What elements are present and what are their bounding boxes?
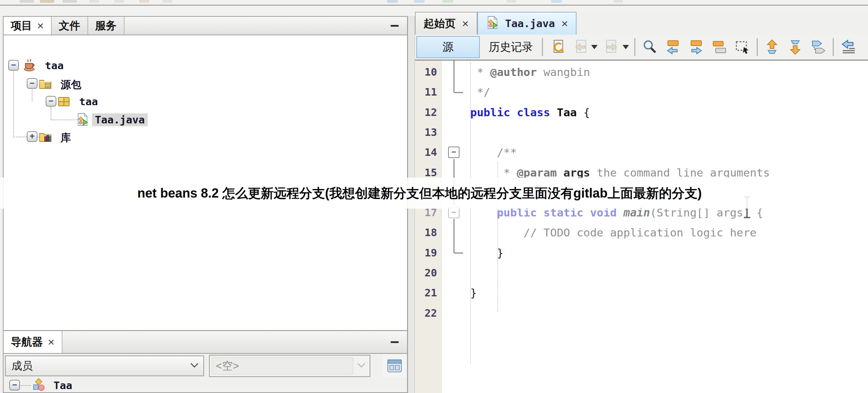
tree-item[interactable]: +库 (4, 128, 407, 145)
line-number: 20 (415, 263, 437, 283)
code-line[interactable]: 18 // TODO code application logic here (415, 223, 868, 243)
java-file-icon (486, 16, 499, 32)
history-button[interactable]: 历史记录 (485, 40, 537, 55)
line-number: 21 (415, 283, 437, 303)
code-line[interactable]: 10 * @author wangbin (415, 62, 868, 82)
line-number: 18 (415, 223, 437, 243)
tree-item-label: taa (76, 95, 101, 108)
collapse-icon[interactable]: − (46, 96, 56, 107)
collapse-icon[interactable]: − (9, 380, 20, 391)
close-icon[interactable]: × (561, 18, 568, 29)
tree-item[interactable]: −taa (4, 93, 407, 110)
code-line[interactable]: 13 (415, 122, 868, 142)
navigator-tree-item[interactable]: −Taa (4, 377, 407, 393)
code-line[interactable]: 11 */ (415, 82, 868, 102)
code-editor[interactable]: 10 * @author wangbin11 */12public class … (415, 61, 868, 393)
toolbar-separator (542, 38, 543, 56)
previous-bookmark-icon[interactable] (763, 38, 781, 56)
toolbar-icon-sliver (387, 0, 398, 3)
back-icon[interactable] (572, 38, 589, 56)
toolbar-icon-sliver (20, 0, 34, 3)
find-selection-icon[interactable] (641, 38, 659, 56)
source-view-button[interactable]: 源 (416, 36, 480, 58)
toolbar-separator (833, 38, 834, 56)
libraries-folder-icon (39, 130, 52, 143)
line-number: 10 (415, 62, 437, 82)
caption-text: net beans 8.2 怎么更新远程分支(我想创建新分支但本地的远程分支里面… (137, 178, 702, 209)
tree-item[interactable]: −taa (4, 57, 407, 74)
toolbar-separator-line (0, 5, 868, 6)
dropdown-arrow-icon[interactable] (623, 45, 629, 49)
code-line[interactable]: 14 /**− (415, 142, 868, 162)
tree-item-label: Taa (51, 379, 75, 392)
minimize-panel-button[interactable]: − (389, 20, 401, 32)
find-previous-icon[interactable] (664, 38, 682, 56)
code-text: public class Taa { (470, 102, 590, 122)
expand-icon[interactable]: + (27, 131, 37, 142)
tab-label: 项目 (11, 19, 32, 33)
toolbar-icon-sliver (614, 0, 623, 3)
fold-toggle-icon[interactable]: − (448, 147, 460, 158)
close-icon[interactable]: × (48, 336, 55, 348)
close-icon[interactable]: × (37, 20, 44, 31)
collapse-icon[interactable]: − (27, 78, 37, 89)
inherited-members-filter-button[interactable] (383, 354, 406, 377)
tree-item-label: 库 (58, 131, 74, 146)
next-bookmark-icon[interactable] (786, 38, 804, 56)
close-icon[interactable]: × (462, 18, 469, 29)
java-project-icon (23, 58, 36, 72)
caption-overlay: net beans 8.2 怎么更新远程分支(我想创建新分支但本地的远程分支里面… (0, 178, 868, 209)
toolbar-icon-sliver (414, 0, 425, 3)
code-line[interactable]: 12public class Taa { (415, 102, 868, 122)
bookmark-tags-icon[interactable] (809, 38, 827, 56)
navigator-tree: −Taa (4, 378, 407, 393)
code-line[interactable]: 20 (415, 263, 868, 283)
left-tab-services[interactable]: 服务 (88, 17, 125, 35)
tree-connector (21, 385, 31, 386)
toolbar-separator (634, 38, 635, 56)
editor-toolbar: 源历史记录 (415, 35, 868, 61)
jump-last-edit-icon[interactable] (548, 38, 566, 56)
tree-item[interactable]: −源包 (4, 75, 407, 92)
shift-line-left-icon[interactable] (839, 38, 857, 56)
code-text: * @author wangbin (470, 62, 590, 82)
toolbar-icon-sliver (162, 0, 172, 3)
members-view-select[interactable]: 成员 (5, 356, 204, 376)
code-text: */ (470, 82, 490, 102)
editor-tab-start-page[interactable]: 起始页× (415, 12, 477, 35)
line-number: 11 (415, 82, 437, 102)
toolbar-icon-sliver (40, 0, 54, 3)
code-line[interactable]: 22 (415, 303, 868, 323)
chevron-down-icon (190, 362, 199, 369)
tab-navigator[interactable]: 导航器 × (4, 331, 62, 353)
dropdown-arrow-icon[interactable] (591, 45, 598, 49)
tree-item-label: Taa.java (92, 113, 148, 126)
line-number: 14 (415, 142, 437, 162)
toolbar-icon-sliver (507, 0, 516, 3)
forward-icon[interactable] (603, 38, 621, 56)
line-number: 13 (415, 122, 437, 142)
tree-item-label: taa (42, 59, 66, 72)
members-view-value: 成员 (6, 359, 190, 373)
navigator-tabbar: 导航器 × − (4, 331, 407, 354)
code-line[interactable]: 21} (415, 283, 868, 303)
editor-tabbar: 起始页×Taa.java× (415, 12, 868, 35)
filter-value: <空> (212, 359, 239, 373)
code-text: } (470, 243, 503, 263)
collapse-icon[interactable]: − (8, 60, 19, 71)
toggle-highlight-icon[interactable] (710, 38, 728, 56)
netbeans-window: 项目×文件服务 − −taa−源包−taaTaa.java+库 导航器 × − … (0, 0, 868, 393)
filter-combobox[interactable]: <空> (209, 355, 370, 377)
line-number: 19 (415, 243, 437, 263)
find-next-icon[interactable] (687, 38, 705, 56)
code-line[interactable]: 19 } (415, 243, 868, 263)
left-tab-files[interactable]: 文件 (52, 17, 88, 35)
rectangular-selection-icon[interactable] (734, 38, 751, 56)
left-tab-projects[interactable]: 项目× (4, 17, 52, 35)
minimize-navigator-button[interactable]: − (389, 336, 401, 348)
toolbar-icon-sliver (114, 0, 124, 3)
chevron-down-icon (357, 362, 366, 369)
package-icon (57, 95, 71, 108)
editor-tab-taa-java[interactable]: Taa.java× (477, 12, 577, 35)
tree-item[interactable]: Taa.java (4, 111, 407, 128)
